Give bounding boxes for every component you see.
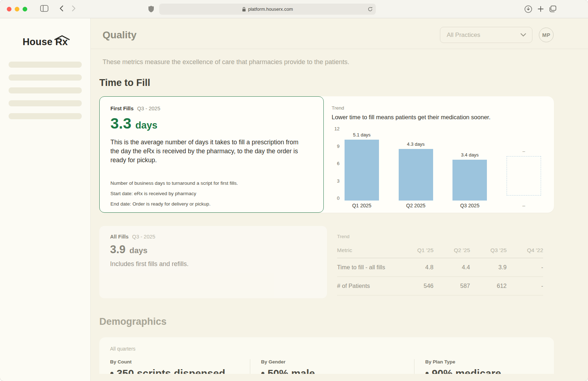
page-title: Quality [103, 29, 137, 41]
download-icon[interactable] [524, 5, 533, 14]
skeleton-bar [9, 100, 82, 106]
table-row: Time to fill - all fills 4.8 4.4 3.9 - [337, 258, 543, 277]
metric-unit: days [129, 246, 147, 255]
bar-category-label: Q2 2025 [399, 203, 433, 208]
roof-icon [54, 32, 70, 43]
minimize-window-button[interactable] [15, 7, 19, 11]
cell-metric: # of Patients [337, 283, 397, 289]
y-axis: 129630 [332, 126, 340, 201]
demo-col-label: By Count [110, 359, 250, 365]
bar-group: – [507, 149, 541, 201]
col-header: Q4 '22 [507, 247, 543, 254]
all-fills-description: Includes first fills and refills. [110, 260, 316, 268]
col-header: Q1 '25 [397, 247, 433, 254]
header-controls: All Practices MP [440, 27, 554, 43]
note: Number of business days to turnaround a … [110, 180, 310, 186]
zoom-window-button[interactable] [23, 7, 27, 11]
logo-word-house: House [23, 37, 53, 47]
demo-col-by-gender: By Gender • 50% male [250, 359, 414, 374]
first-fills-panel[interactable]: First Fills Q3 - 2025 3.3 days This is t… [99, 96, 324, 213]
page-header: Quality All Practices MP [91, 18, 588, 43]
address-bar[interactable]: platform.houserx.com [159, 4, 376, 15]
time-to-fill-card: First Fills Q3 - 2025 3.3 days This is t… [99, 96, 554, 213]
skeleton-bar [9, 74, 82, 81]
demo-col-by-plan-type: By Plan Type • 90% medicare [414, 359, 554, 374]
practices-dropdown[interactable]: All Practices [440, 27, 532, 43]
houserx-logo[interactable]: House Rx House Rx [0, 37, 90, 48]
y-axis-tick: 6 [337, 161, 340, 166]
demographics-columns: By Count • 350 scripts dispensed By Gend… [99, 359, 554, 374]
y-axis-tick: 0 [337, 196, 340, 201]
sidebar-toggle-icon[interactable] [40, 5, 48, 12]
practices-dropdown-value: All Practices [447, 32, 480, 39]
skeleton-bar [9, 113, 82, 119]
first-fills-label: First Fills Q3 - 2025 [110, 106, 310, 111]
new-tab-icon[interactable] [537, 5, 544, 13]
lock-icon [242, 7, 246, 12]
table-header-row: Metric Q1 '25 Q2 '25 Q3 '25 Q4 '22 [337, 243, 543, 258]
trend-caption: Lower time to fill means patients get th… [332, 114, 541, 121]
all-fills-panel[interactable]: All Fills Q3 - 2025 3.9 days Includes fi… [99, 226, 327, 298]
demographics-subtitle: All quarters [110, 346, 554, 352]
trend-table-panel: Trend Metric Q1 '25 Q2 '25 Q3 '25 Q4 '22… [327, 226, 554, 298]
col-header: Q2 '25 [433, 247, 470, 254]
cell-value: 4.4 [433, 264, 470, 271]
bar-group: 3.4 days [452, 152, 487, 201]
bar-plot: 5.1 days4.3 days3.4 days– [345, 126, 541, 201]
demo-col-label: By Gender [261, 359, 414, 365]
note: End date: Order is ready for delivery or… [110, 201, 310, 207]
cell-value: 612 [470, 283, 507, 289]
cell-value: 546 [397, 283, 433, 289]
metric-name: First Fills [110, 106, 133, 111]
trend-label: Trend [332, 105, 541, 111]
url-text: platform.houserx.com [248, 6, 293, 12]
bar-group: 4.3 days [399, 141, 433, 201]
bar-value-label: 5.1 days [353, 132, 370, 138]
first-fills-notes: Number of business days to turnaround a … [110, 180, 310, 207]
sidebar: House Rx House Rx [0, 18, 91, 381]
cell-value: - [507, 283, 543, 289]
col-header: Q3 '25 [470, 247, 507, 254]
chevron-down-icon [520, 33, 526, 37]
metric-value: 3.9 [110, 243, 125, 256]
tab-overview-icon[interactable] [549, 5, 556, 13]
avatar[interactable]: MP [539, 28, 554, 42]
main-content: Quality All Practices MP These metrics m… [91, 18, 588, 381]
y-axis-tick: 12 [335, 126, 340, 131]
first-fills-value: 3.3 days [110, 115, 310, 132]
header-divider [91, 49, 588, 49]
cell-value: - [507, 264, 543, 271]
bar-value-label: 3.4 days [461, 152, 479, 158]
note: Start date: eRx is received by pharmacy [110, 191, 310, 196]
bar-category-label: – [507, 203, 541, 208]
cell-value: 3.9 [470, 264, 507, 271]
metric-value: 3.3 [110, 115, 131, 132]
bar [452, 160, 487, 201]
demo-col-label: By Plan Type [425, 359, 554, 365]
metric-name: All Fills [110, 234, 129, 240]
bar [345, 140, 379, 201]
all-fills-card: All Fills Q3 - 2025 3.9 days Includes fi… [99, 226, 554, 298]
close-window-button[interactable] [7, 7, 11, 11]
sidebar-nav-skeleton [9, 62, 82, 119]
first-fills-description: This is the average number of days it ta… [110, 138, 308, 165]
skeleton-bar [9, 62, 82, 68]
demographics-heading: Demographics [99, 316, 554, 327]
skeleton-bar [9, 87, 82, 93]
shield-icon[interactable] [148, 5, 154, 13]
trend-panel: Trend Lower time to fill means patients … [324, 96, 554, 213]
bar [399, 149, 433, 201]
all-fills-value: 3.9 days [110, 243, 316, 256]
back-icon[interactable] [59, 5, 63, 12]
time-to-fill-chart: 129630 5.1 days4.3 days3.4 days– Q1 2025… [332, 126, 541, 208]
logo-word-rx: Rx [55, 37, 68, 48]
y-axis-tick: 9 [337, 144, 340, 149]
forward-icon[interactable] [72, 5, 76, 12]
bar-category-label: Q1 2025 [345, 203, 379, 208]
time-to-fill-heading: Time to Fill [99, 77, 554, 88]
bar-category-label: Q3 2025 [452, 203, 487, 208]
bar-value-label: 4.3 days [407, 141, 425, 147]
reload-icon[interactable] [368, 6, 373, 12]
metric-period: Q3 - 2025 [137, 106, 161, 111]
demo-col-value: • 90% medicare [425, 368, 554, 374]
